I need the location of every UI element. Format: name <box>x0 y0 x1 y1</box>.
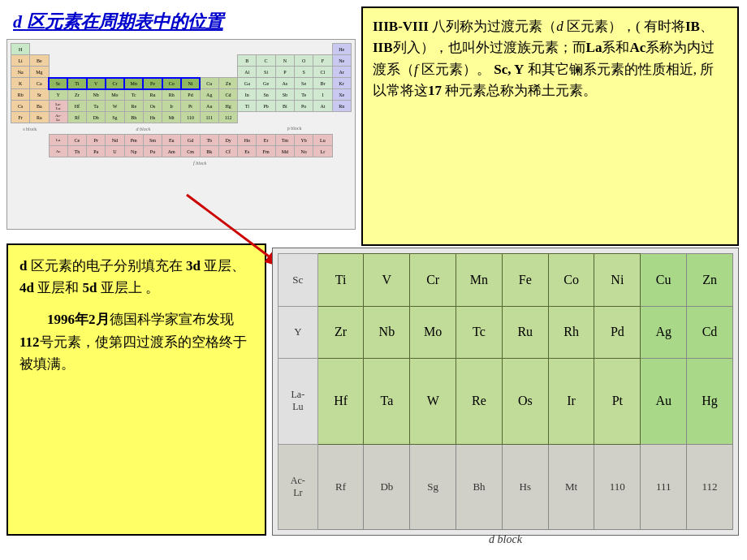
cell-re-r3: Re <box>456 359 503 444</box>
desc-para2: 1996年2月德国科学家宣布发现112号元素，使第四过渡系的空格终于被填满。 <box>19 308 253 375</box>
dblock-footer: d block <box>278 533 733 546</box>
cell-cu-r1: Cu <box>641 254 687 307</box>
cell-zr-r2: Zr <box>317 306 364 359</box>
cell-rf-r4: Rf <box>317 444 364 529</box>
info-text-box: IIIB-VIII 八列称为过渡元素（d 区元素），( 有时将IB、IIB列入）… <box>361 6 739 246</box>
cell-w-r3: W <box>410 359 456 444</box>
cell-fe-r1: Fe <box>502 254 548 307</box>
title-d: d <box>13 11 22 32</box>
cell-cr-r1: Cr <box>410 254 456 307</box>
desc-para1: d 区元素的电子分别填充在 3d 亚层、4d 亚层和 5d 亚层上 。 <box>19 255 253 299</box>
cell-mo-r2: Mo <box>410 306 456 359</box>
cell-ac-label: Ac-Lr <box>279 444 318 529</box>
cell-db-r4: Db <box>364 444 410 529</box>
description-box: d 区元素的电子分别填充在 3d 亚层、4d 亚层和 5d 亚层上 。 1996… <box>6 243 266 536</box>
cell-mn-r1: Mn <box>456 254 503 307</box>
cell-bh-r4: Bh <box>456 444 503 529</box>
cell-hs-r4: Hs <box>502 444 548 529</box>
cell-110-r4: 110 <box>594 444 641 529</box>
cell-co-r1: Co <box>548 254 594 307</box>
cell-ag-r2: Ag <box>641 306 687 359</box>
cell-la-label: La-Lu <box>279 359 318 444</box>
cell-cd-r2: Cd <box>687 306 733 359</box>
mini-periodic-table: H He LiBe BCN OFNe NaMg AlSiP SClAr K <box>6 39 356 230</box>
cell-sc-label: Sc <box>279 254 318 307</box>
dblock-footer-text: d block <box>489 533 522 545</box>
dblock-row-ac: Ac-Lr Rf Db Sg Bh Hs Mt 110 111 112 <box>279 444 733 529</box>
cell-sg-r4: Sg <box>410 444 456 529</box>
cell-pt-r3: Pt <box>594 359 641 444</box>
mini-pt-table: H He LiBe BCN OFNe NaMg AlSiP SClAr K <box>11 43 352 169</box>
cell-112-r4: 112 <box>687 444 733 529</box>
cell-ru-r2: Ru <box>502 306 548 359</box>
cell-v-r1: V <box>364 254 410 307</box>
cell-ir-r3: Ir <box>548 359 594 444</box>
dblock-row-sc: Sc Ti V Cr Mn Fe Co Ni Cu Zn <box>279 254 733 307</box>
page-title: d 区元素在周期表中的位置 <box>13 10 223 34</box>
dblock-row-y: Y Zr Nb Mo Tc Ru Rh Pd Ag Cd <box>279 306 733 359</box>
cell-tc-r2: Tc <box>456 306 503 359</box>
cell-hg-r3: Hg <box>687 359 733 444</box>
cell-au-r3: Au <box>641 359 687 444</box>
cell-ni-r1: Ni <box>594 254 641 307</box>
cell-rh-r2: Rh <box>548 306 594 359</box>
cell-os-r3: Os <box>502 359 548 444</box>
dblock-table-area: Sc Ti V Cr Mn Fe Co Ni Cu Zn Y Zr Nb Mo … <box>272 248 739 536</box>
cell-111-r4: 111 <box>641 444 687 529</box>
cell-mt-r4: Mt <box>548 444 594 529</box>
dblock-grid: Sc Ti V Cr Mn Fe Co Ni Cu Zn Y Zr Nb Mo … <box>278 253 733 530</box>
cell-ta-r3: Ta <box>364 359 410 444</box>
info-text: IIIB-VIII 八列称为过渡元素（d 区元素），( 有时将IB、IIB列入）… <box>373 19 715 98</box>
cell-ti-r1: Ti <box>317 254 364 307</box>
cell-y-label: Y <box>279 306 318 359</box>
title-text: 区元素在周期表中的位置 <box>22 11 223 32</box>
cell-pd-r2: Pd <box>594 306 641 359</box>
dblock-row-la: La-Lu Hf Ta W Re Os Ir Pt Au Hg <box>279 359 733 444</box>
cell-hf-r3: Hf <box>317 359 364 444</box>
cell-nb-r2: Nb <box>364 306 410 359</box>
cell-zn-r1: Zn <box>687 254 733 307</box>
